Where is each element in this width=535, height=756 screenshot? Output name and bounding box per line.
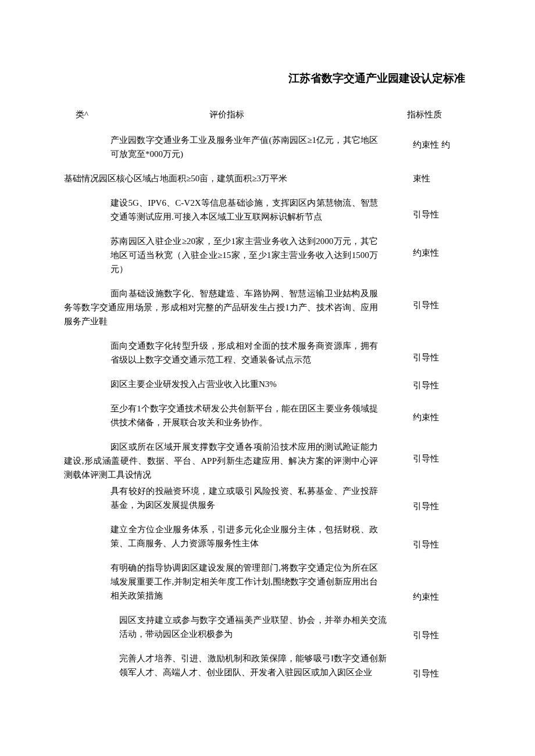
indicator-cell: 基础情况园区核心区域占地面积≥50亩，建筑面积≥3万平米 — [64, 171, 378, 185]
indicator-cell: 完善人才培养、引进、激励机制和政策保障，能够吸弓I数字交通创新领军人才、高端人才… — [119, 651, 387, 679]
table-row: 囱区主要企业研发投入占营业收入比重N3%引导性 — [64, 377, 471, 391]
table-row: 囱区或所在区域开展支撑数字交通各项前沿技术应用的测试跄证能力建设,形成涵盖硬件、… — [64, 440, 471, 482]
nature-cell: 引导性 — [413, 452, 454, 465]
table-header: 类^ 评价指标 指标性质 — [64, 108, 471, 121]
indicator-cell: 面向交通数字化转型升级，形成相对全面的技术服务商资源库，拥有省级以上数字交通交通… — [110, 339, 378, 367]
table-row: 至少有1个数字交通技术研发公共创新平台，能在囝区主要业务领域提供技术储备，开展联… — [64, 402, 471, 429]
indicator-cell: 产业园数字交通业务工业及服务业年产值(苏南园区≥1亿元，其它地区可放宽至*000… — [110, 133, 378, 161]
table-row: 完善人才培养、引进、激励机制和政策保障，能够吸弓I数字交通创新领军人才、高端人才… — [64, 651, 471, 679]
indicator-cell: 苏南园区入驻企业≥20家，至少1家主营业务收入达到2000万元，其它地区可适当秋… — [110, 234, 378, 276]
nature-cell: 引导性 — [413, 667, 454, 680]
table-row: 有明确的指导协调囱区建设发展的管理部门,将数字交通定位为所在区域发展重要工作,并… — [64, 561, 471, 603]
nature-cell: 束性 — [413, 171, 454, 185]
table-row: 建设5G、IPV6、C-V2X等信息基础诊施，支挥囱区内第慧物流、智慧交通等测试… — [64, 196, 471, 224]
header-category: 类^ — [76, 108, 116, 121]
nature-cell: 引导性 — [413, 350, 454, 364]
indicator-cell: 至少有1个数字交通技术研发公共创新平台，能在囝区主要业务领域提供技术储备，开展联… — [110, 402, 378, 429]
table-row: 具有较好的投融资环境，建立或吸引风险投资、私募基金、产业投辞基金，为囱区发展提供… — [64, 484, 471, 512]
nature-cell: 引导性 — [413, 628, 454, 642]
nature-cell: 引导性 — [413, 499, 454, 513]
nature-cell: 约束性 — [413, 590, 454, 604]
nature-cell: 引导性 — [413, 538, 454, 551]
table-row: 产业园数字交通业务工业及服务业年产值(苏南园区≥1亿元，其它地区可放宽至*000… — [64, 133, 471, 161]
table-body: 产业园数字交通业务工业及服务业年产值(苏南园区≥1亿元，其它地区可放宽至*000… — [64, 133, 471, 679]
indicator-cell: 囱区或所在区域开展支撑数字交通各项前沿技术应用的测试跄证能力建设,形成涵盖硬件、… — [64, 440, 378, 482]
indicator-cell: 园区支持建立或参与数字交通福美产业联望、协会，并举办相关交流活动，带动园区企业积… — [119, 613, 387, 641]
document-title: 江苏省数字交通产业园建设认定标准 — [64, 70, 471, 87]
table-row: 建立全方位企业服务体系，引进多元化企业服分主体，包括财税、政策、工商服务、人力资… — [64, 522, 471, 550]
indicator-cell: 建设5G、IPV6、C-V2X等信息基础诊施，支挥囱区内第慧物流、智慧交通等测试… — [110, 196, 378, 224]
indicator-cell: 面向基础设施数字化、智慈建造、车路协网、智慧运输卫业姑构及服务等数字交通应用场景… — [64, 286, 378, 328]
table-row: 园区支持建立或参与数字交通福美产业联望、协会，并举办相关交流活动，带动园区企业积… — [64, 613, 471, 641]
nature-cell: 约束性 — [413, 410, 454, 424]
nature-cell: 约束性 约 — [413, 138, 454, 152]
nature-cell: 引导性 — [413, 298, 454, 312]
indicator-cell: 有明确的指导协调囱区建设发展的管理部门,将数字交通定位为所在区域发展重要工作,并… — [110, 561, 378, 603]
table-row: 面向交通数字化转型升级，形成相对全面的技术服务商资源库，拥有省级以上数字交通交通… — [64, 339, 471, 367]
nature-cell: 引导性 — [413, 207, 454, 221]
header-indicator: 评价指标 — [116, 108, 407, 121]
nature-cell: 约束性 — [413, 246, 454, 260]
indicator-cell: 具有较好的投融资环境，建立或吸引风险投资、私募基金、产业投辞基金，为囱区发展提供… — [110, 484, 378, 512]
table-row: 苏南园区入驻企业≥20家，至少1家主营业务收入达到2000万元，其它地区可适当秋… — [64, 234, 471, 276]
table-row: 基础情况园区核心区域占地面积≥50亩，建筑面积≥3万平米束性 — [64, 171, 471, 185]
nature-cell: 引导性 — [413, 378, 454, 392]
table-row: 面向基础设施数字化、智慈建造、车路协网、智慧运输卫业姑构及服务等数字交通应用场景… — [64, 286, 471, 328]
indicator-cell: 建立全方位企业服务体系，引进多元化企业服分主体，包括财税、政策、工商服务、人力资… — [110, 522, 378, 550]
header-nature: 指标性质 — [407, 108, 459, 121]
indicator-cell: 囱区主要企业研发投入占营业收入比重N3% — [110, 377, 378, 391]
